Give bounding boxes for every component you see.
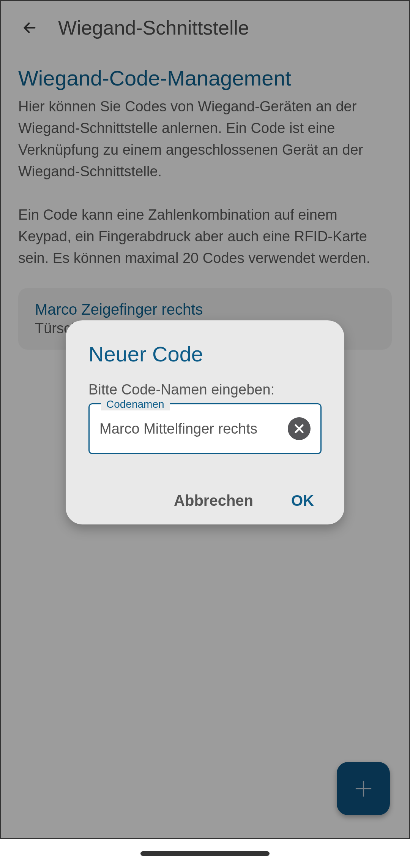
nav-handle[interactable] <box>140 851 270 856</box>
clear-input-icon[interactable] <box>288 417 311 440</box>
dialog-title: Neuer Code <box>88 342 322 366</box>
code-name-input-wrapper[interactable]: Codenamen <box>88 403 322 454</box>
dialog-actions: Abbrechen OK <box>88 492 322 509</box>
screen-container: Wiegand-Schnittstelle Wiegand-Code-Manag… <box>0 0 410 839</box>
system-nav-bar <box>0 839 410 868</box>
input-floating-label: Codenamen <box>101 398 170 410</box>
code-name-input[interactable] <box>99 421 288 437</box>
new-code-dialog: Neuer Code Bitte Code-Namen eingeben: Co… <box>66 320 344 524</box>
dialog-prompt: Bitte Code-Namen eingeben: <box>88 382 322 398</box>
cancel-button[interactable]: Abbrechen <box>174 492 253 509</box>
ok-button[interactable]: OK <box>291 492 314 509</box>
